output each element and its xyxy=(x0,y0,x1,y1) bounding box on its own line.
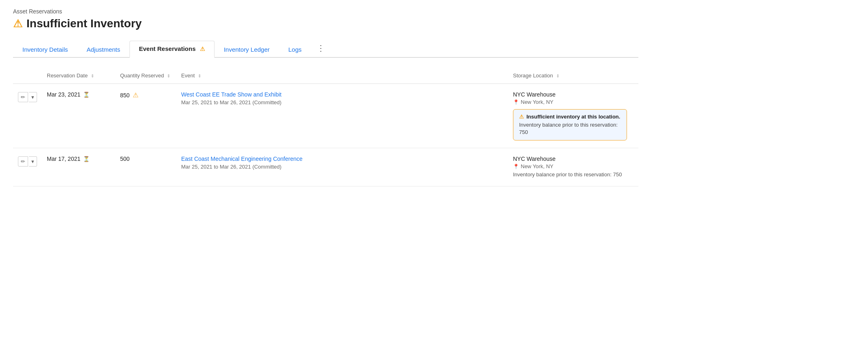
row-2-inventory-balance: Inventory balance prior to this reservat… xyxy=(513,171,633,178)
tab-bar: Inventory Details Adjustments Event Rese… xyxy=(13,38,638,58)
sort-event-icon[interactable]: ⇕ xyxy=(198,74,201,78)
row-2-event-dates: Mar 25, 2021 to Mar 26, 2021 xyxy=(181,164,251,170)
row-2-date-cell: Mar 17, 2021 ⏳ xyxy=(42,148,115,186)
row-1-quantity-cell: 850 ⚠ xyxy=(115,84,176,148)
chevron-down-icon: ▾ xyxy=(31,158,34,165)
row-1-storage-name: NYC Warehouse xyxy=(513,91,633,98)
sort-storage-icon[interactable]: ⇕ xyxy=(556,74,559,78)
reservations-table: Reservation Date ⇕ Quantity Reserved ⇕ E… xyxy=(13,69,638,186)
col-header-date: Reservation Date ⇕ xyxy=(42,69,115,84)
row-2-storage-city: New York, NY xyxy=(521,163,553,169)
insufficient-box-body: Inventory balance prior to this reservat… xyxy=(519,121,621,136)
pencil-icon: ✏ xyxy=(21,158,25,165)
col-header-quantity: Quantity Reserved ⇕ xyxy=(115,69,176,84)
row-2-event-link[interactable]: East Coast Mechanical Engineering Confer… xyxy=(181,156,302,162)
row-2-edit-button[interactable]: ✏ xyxy=(18,156,28,167)
row-2-date: Mar 17, 2021 xyxy=(47,156,81,162)
row-1-storage-city: New York, NY xyxy=(521,99,553,105)
insufficient-box-warning-icon: ⚠ xyxy=(519,114,524,120)
heading-warning-icon: ⚠ xyxy=(13,18,22,30)
tab-inventory-details[interactable]: Inventory Details xyxy=(13,42,77,58)
row-1-quantity: 850 xyxy=(120,92,129,99)
table-row: ✏ ▾ Mar 17, 2021 ⏳ 500 xyxy=(13,148,638,186)
row-1-event-dates: Mar 25, 2021 to Mar 26, 2021 xyxy=(181,99,251,105)
row-2-actions-cell: ✏ ▾ xyxy=(13,148,42,186)
insufficient-inventory-box: ⚠ Insufficient inventory at this locatio… xyxy=(513,109,627,140)
pin-icon: 📍 xyxy=(513,99,519,105)
row-2-event-status: (Committed) xyxy=(252,164,282,170)
row-1-dropdown-button[interactable]: ▾ xyxy=(29,92,37,102)
insufficient-box-title-text: Insufficient inventory at this location. xyxy=(526,114,620,120)
row-1-date-cell: Mar 23, 2021 ⏳ xyxy=(42,84,115,148)
row-2-storage-name: NYC Warehouse xyxy=(513,156,633,162)
tab-event-reservations[interactable]: Event Reservations ⚠ xyxy=(129,41,214,58)
page-title: Insufficient Inventory xyxy=(26,17,142,30)
row-2-storage-cell: NYC Warehouse 📍 New York, NY Inventory b… xyxy=(508,148,638,186)
hourglass-icon: ⏳ xyxy=(83,92,90,98)
col-header-storage: Storage Location ⇕ xyxy=(508,69,638,84)
tab-adjustments[interactable]: Adjustments xyxy=(77,42,130,58)
row-1-event-cell: West Coast EE Trade Show and Exhibit Mar… xyxy=(176,84,508,148)
row-1-edit-button[interactable]: ✏ xyxy=(18,92,28,102)
row-1-event-link[interactable]: West Coast EE Trade Show and Exhibit xyxy=(181,91,281,98)
row-2-dropdown-button[interactable]: ▾ xyxy=(29,156,37,167)
row-1-actions-cell: ✏ ▾ xyxy=(13,84,42,148)
tab-warning-icon: ⚠ xyxy=(200,46,205,52)
col-header-event: Event ⇕ xyxy=(176,69,508,84)
pin-icon: 📍 xyxy=(513,164,519,169)
row-2-quantity-cell: 500 xyxy=(115,148,176,186)
pencil-icon: ✏ xyxy=(21,94,25,100)
row-2-quantity: 500 xyxy=(120,156,129,162)
tab-logs[interactable]: Logs xyxy=(279,42,311,58)
tab-more-button[interactable]: ⋮ xyxy=(311,39,331,58)
row-1-storage-cell: NYC Warehouse 📍 New York, NY ⚠ Insuffici… xyxy=(508,84,638,148)
hourglass-icon: ⏳ xyxy=(83,156,90,162)
chevron-down-icon: ▾ xyxy=(31,94,34,100)
sort-date-icon[interactable]: ⇕ xyxy=(91,74,94,78)
tab-inventory-ledger[interactable]: Inventory Ledger xyxy=(215,42,279,58)
row-2-event-cell: East Coast Mechanical Engineering Confer… xyxy=(176,148,508,186)
sort-qty-icon[interactable]: ⇕ xyxy=(167,74,170,78)
table-row: ✏ ▾ Mar 23, 2021 ⏳ 850 xyxy=(13,84,638,148)
app-title: Asset Reservations xyxy=(13,8,638,15)
page-heading: ⚠ Insufficient Inventory xyxy=(13,17,638,30)
col-header-actions xyxy=(13,69,42,84)
quantity-warning-icon: ⚠ xyxy=(133,91,138,99)
row-1-event-status: (Committed) xyxy=(252,99,282,105)
row-1-date: Mar 23, 2021 xyxy=(47,91,81,98)
